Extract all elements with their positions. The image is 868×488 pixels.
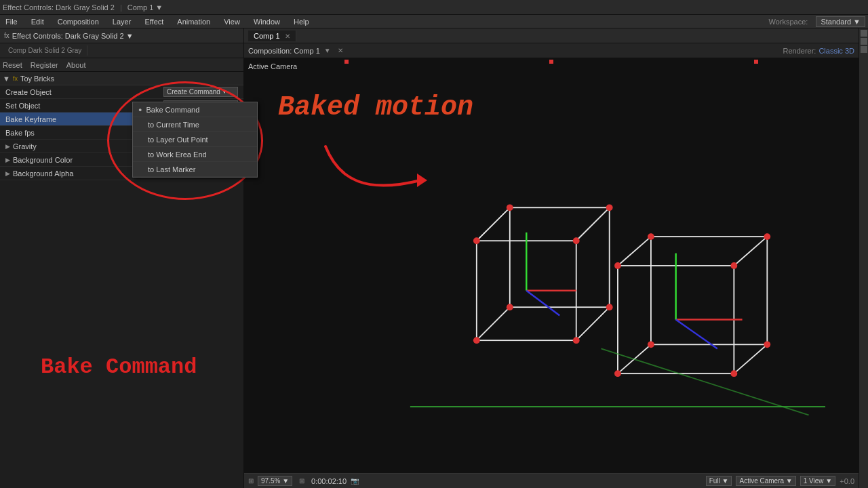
bake-command-menu: Bake Command to Current Time to Layer Ou…	[132, 102, 258, 178]
svg-line-12	[618, 237, 651, 266]
svg-line-4	[576, 207, 610, 241]
effect-controls-toolbar: Reset Register About	[0, 58, 243, 72]
svg-line-3	[477, 207, 510, 241]
sidebar-btn-2[interactable]	[861, 38, 867, 45]
bake-command-item[interactable]: Bake Command	[133, 102, 257, 117]
panel-tab-layer: Comp Dark Solid 2 Gray	[3, 45, 87, 56]
to-last-marker-item[interactable]: to Last Marker	[133, 162, 257, 177]
menu-effect[interactable]: Effect	[142, 18, 166, 26]
svg-point-20	[573, 237, 580, 244]
zoom-dropdown[interactable]: 97.5% ▼	[258, 476, 292, 486]
create-object-row[interactable]: Create Object Create Command ▼	[0, 85, 243, 99]
svg-point-21	[473, 337, 480, 344]
view-dropdown[interactable]: 1 View ▼	[800, 476, 836, 486]
to-current-time-item[interactable]: to Current Time	[133, 117, 257, 132]
about-button[interactable]: About	[66, 61, 86, 69]
viewport: Active Camera Baked motion	[244, 58, 859, 473]
svg-point-29	[614, 370, 621, 377]
3d-boxes	[244, 58, 859, 473]
menu-edit[interactable]: Edit	[28, 18, 47, 26]
create-object-dropdown[interactable]: Create Command ▼	[163, 87, 238, 97]
svg-point-22	[573, 337, 580, 344]
svg-point-31	[648, 233, 654, 240]
toy-bricks-header[interactable]: ▼ fx Toy Bricks	[0, 72, 243, 85]
svg-line-36	[601, 348, 808, 415]
fx-icon: fx	[13, 75, 18, 82]
svg-point-28	[730, 262, 737, 269]
menu-layer[interactable]: Layer	[110, 18, 134, 26]
menu-window[interactable]: Window	[251, 18, 283, 26]
comp-name-label: Composition: Comp 1	[248, 47, 320, 55]
svg-rect-11	[651, 237, 767, 344]
menu-composition[interactable]: Composition	[55, 18, 102, 26]
ec-header-title: Effect Controls: Dark Gray Solid 2 ▼	[12, 32, 239, 40]
create-object-arrow: ▼	[222, 89, 227, 95]
svg-point-24	[606, 204, 613, 211]
top-bar: Effect Controls: Dark Gray Solid 2 | Com…	[0, 0, 868, 15]
svg-line-6	[576, 307, 610, 340]
effect-controls-header: fx Effect Controls: Dark Gray Solid 2 ▼	[0, 28, 243, 43]
comp-toolbar: Composition: Comp 1 ▼ ✕ Renderer: Classi…	[244, 43, 859, 58]
plus-value: +0.0	[840, 477, 854, 485]
svg-point-33	[648, 341, 654, 348]
comp-close-btn[interactable]: ✕	[338, 47, 343, 54]
svg-point-32	[764, 233, 770, 240]
comp-tab-comp1[interactable]: Comp 1 ✕	[248, 30, 296, 41]
right-panel: Comp 1 ✕ Composition: Comp 1 ▼ ✕ Rendere…	[244, 28, 859, 488]
svg-point-19	[473, 237, 480, 244]
comp-tab-close[interactable]: ✕	[285, 33, 290, 40]
reset-button[interactable]: Reset	[3, 61, 22, 69]
timecode-display: 0:00:02:10	[311, 477, 347, 485]
quality-dropdown[interactable]: Full ▼	[706, 476, 732, 486]
svg-line-9	[526, 291, 559, 316]
to-work-erea-end-item[interactable]: to Work Erea End	[133, 147, 257, 162]
main-layout: fx Effect Controls: Dark Gray Solid 2 ▼ …	[0, 28, 868, 488]
menu-view[interactable]: View	[221, 18, 243, 26]
svg-point-23	[507, 204, 513, 211]
menu-bar: File Edit Composition Layer Effect Anima…	[0, 15, 868, 28]
camera-icon: 📷	[351, 477, 359, 485]
svg-point-30	[730, 370, 737, 377]
effect-controls-title: Effect Controls: Dark Gray Solid 2	[3, 3, 115, 12]
menu-animation[interactable]: Animation	[174, 18, 213, 26]
view-icon: ⊞	[248, 477, 254, 485]
create-object-label: Create Object	[5, 88, 163, 96]
viewport-controls: ⊞ 97.5% ▼ ⊞ 0:00:02:10 📷 Full ▼ Active C…	[244, 473, 859, 488]
snap-icon: ⊞	[299, 477, 304, 485]
toy-bricks-label: Toy Bricks	[20, 75, 54, 83]
svg-line-15	[734, 344, 767, 373]
sidebar-btn-3[interactable]	[861, 46, 867, 53]
camera-dropdown[interactable]: Active Camera ▼	[736, 476, 795, 486]
svg-point-25	[507, 304, 513, 310]
sidebar-btn-1[interactable]	[861, 30, 867, 37]
workspace-dropdown[interactable]: Standard ▼	[816, 16, 865, 27]
viewport-bg: Active Camera Baked motion	[244, 58, 859, 473]
menu-file[interactable]: File	[3, 18, 20, 26]
menu-help[interactable]: Help	[291, 18, 312, 26]
comp-title: Comp 1 ▼	[127, 3, 163, 12]
svg-point-26	[606, 304, 613, 310]
svg-point-34	[764, 341, 770, 348]
comp-name-arrow[interactable]: ▼	[324, 47, 331, 54]
panel-tabs: Comp Dark Solid 2 Gray	[0, 43, 243, 58]
left-panel: fx Effect Controls: Dark Gray Solid 2 ▼ …	[0, 28, 244, 488]
comp-header: Comp 1 ✕	[244, 28, 859, 43]
renderer-value[interactable]: Classic 3D	[818, 47, 854, 55]
to-layer-out-point-item[interactable]: to Layer Out Point	[133, 132, 257, 147]
svg-line-5	[477, 307, 510, 340]
right-sidebar	[859, 28, 868, 488]
register-button[interactable]: Register	[31, 61, 58, 69]
svg-point-27	[614, 262, 621, 269]
comp-renderer: Renderer: Classic 3D	[783, 47, 855, 55]
svg-line-13	[734, 237, 767, 266]
